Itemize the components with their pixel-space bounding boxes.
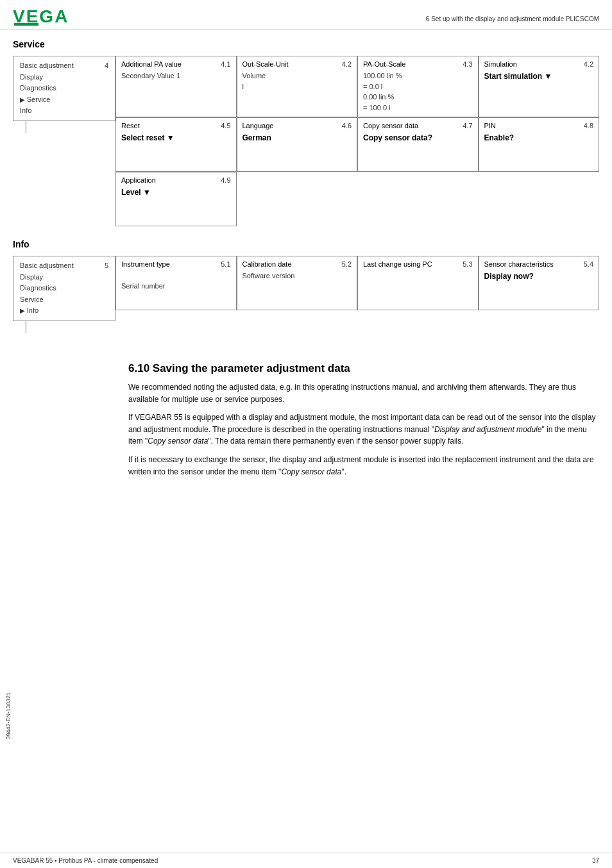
page-footer: VEGABAR 55 • Profibus PA - climate compe… [0,853,612,868]
card-title: PIN [484,122,496,129]
card-calibration-date: Calibration date 5.2 Software version [237,256,358,310]
card-reset: Reset 4.5 Select reset ▼ [115,117,237,172]
card-title: Additional PA value [121,60,182,68]
card-language: Language 4.6 German [237,117,358,172]
card-software: Software version [242,271,352,281]
info-menu-display[interactable]: Display [20,272,108,283]
card-line1: 100.00 lin % [363,71,473,81]
service-cards-row3: Application 4.9 Level ▼ [115,172,599,226]
menu-basic-adj[interactable]: Basic adjustment 4 [20,60,108,72]
application-action[interactable]: Level ▼ [121,188,231,197]
language-action[interactable]: German [242,133,352,142]
card-application: Application 4.9 Level ▼ [115,172,237,226]
paragraph-1: We recommended noting the adjusted data,… [128,381,599,405]
paragraph-3: If it is necessary to exchange the senso… [128,454,599,478]
card-title: Out-Scale-Unit [242,60,289,68]
service-cards-row2: Reset 4.5 Select reset ▼ Language 4.6 Ge… [115,117,599,172]
footer-right: 37 [592,857,599,864]
card-last-change: Last change using PC 5.3 [357,256,479,310]
card-line3: 0.00 lin % [363,92,473,103]
card-line4: = 100.0 l [363,103,473,113]
card-title: Reset [121,122,140,129]
simulation-action[interactable]: Start simulation ▼ [484,72,594,81]
card-title: Last change using PC [363,260,432,268]
service-cards-row1: Additional PA value 4.1 Secondary Value … [115,56,599,117]
card-title: Language [242,122,274,129]
info-menu-service[interactable]: Service [20,294,108,306]
card-title: Copy sensor data [363,122,418,129]
card-additional-pa: Additional PA value 4.1 Secondary Value … [115,56,237,117]
side-label: 39442-EN-130321 [5,692,12,740]
service-title: Service [13,39,599,49]
card-number: 4.1 [221,60,230,68]
card-content: Secondary Value 1 [121,71,231,81]
info-title: Info [13,239,599,249]
service-section: Service Basic adjustment 4 Display Diagn… [13,39,599,226]
card-content-2: l [242,81,352,92]
chapter-title: 6 Set up with the display and adjustment… [426,6,599,22]
card-title: Calibration date [242,260,292,268]
copy-sensor-action[interactable]: Copy sensor data? [363,133,473,142]
card-title: Instrument type [121,260,170,268]
reset-action[interactable]: Select reset ▼ [121,133,231,142]
info-section: Info Basic adjustment 5 Display Diagnost… [13,239,599,333]
card-number: 5.1 [221,260,230,268]
info-menu: Basic adjustment 5 Display Diagnostics S… [13,256,115,321]
card-title: Sensor characteristics [484,260,554,268]
text-section: 6.10 Saving the parameter adjustment dat… [0,353,612,493]
card-title: Application [121,176,156,184]
card-title: Simulation [484,60,517,68]
menu-service[interactable]: Service [20,94,108,106]
italic-2: Copy sensor data [148,437,208,446]
card-number: 4.2 [342,60,352,68]
card-number: 4.6 [342,122,352,129]
card-number: 4.2 [584,60,593,68]
card-out-scale-unit: Out-Scale-Unit 4.2 Volume l [237,56,358,117]
saving-heading: 6.10 Saving the parameter adjustment dat… [128,362,599,375]
card-sensor-characteristics: Sensor characteristics 5.4 Display now? [479,256,600,310]
info-menu-basic[interactable]: Basic adjustment 5 [20,260,108,272]
card-number: 4.9 [221,176,230,184]
italic-3: Copy sensor data [281,467,341,476]
card-number: 5.4 [584,260,593,268]
card-number: 4.5 [221,122,230,129]
pin-action[interactable]: Enable? [484,133,594,142]
paragraph-2: If VEGABAR 55 is equipped with a display… [128,412,599,447]
italic-1: Display and adjustment module [434,425,541,434]
info-menu-diagnostics[interactable]: Diagnostics [20,283,108,294]
card-title: PA-Out-Scale [363,60,405,68]
card-number: 4.8 [584,122,593,129]
info-menu-info[interactable]: Info [20,305,108,317]
card-simulation: Simulation 4.2 Start simulation ▼ [479,56,600,117]
logo: VEGA [13,6,69,27]
card-copy-sensor: Copy sensor data 4.7 Copy sensor data? [357,117,479,172]
info-cards-row1: Instrument type 5.1 Serial number Calibr… [115,256,599,310]
card-number: 4.7 [463,122,472,129]
card-instrument-type: Instrument type 5.1 Serial number [115,256,237,310]
main-content: Service Basic adjustment 4 Display Diagn… [0,30,612,353]
display-now-action[interactable]: Display now? [484,272,594,281]
service-menu: Basic adjustment 4 Display Diagnostics S… [13,56,115,121]
card-content: Volume [242,71,352,81]
card-pa-out-scale: PA-Out-Scale 4.3 100.00 lin % = 0.0 l 0.… [357,56,479,117]
menu-display[interactable]: Display [20,72,108,83]
card-serial: Serial number [121,281,231,292]
card-number: 5.3 [463,260,472,268]
page-header: VEGA 6 Set up with the display and adjus… [0,0,612,30]
card-number: 5.2 [342,260,352,268]
card-line2: = 0.0 l [363,81,473,92]
card-pin: PIN 4.8 Enable? [479,117,600,172]
card-number: 4.3 [463,60,472,68]
menu-info[interactable]: Info [20,105,108,117]
footer-left: VEGABAR 55 • Profibus PA - climate compe… [13,857,158,864]
menu-diagnostics[interactable]: Diagnostics [20,83,108,94]
